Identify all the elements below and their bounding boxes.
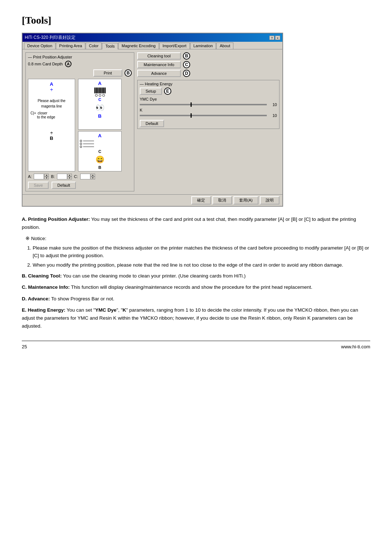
section-d-text: To show Progress Bar or not. <box>50 296 115 301</box>
heating-title: — Heating Energy <box>140 82 277 86</box>
k-slider-thumb <box>191 113 192 118</box>
adjuster-area: A ÷ Please adjust the magenta line C|+ c… <box>28 79 132 171</box>
tab-import-export[interactable]: Import/Export <box>159 42 190 49</box>
input-a-field[interactable]: -3 <box>34 174 44 179</box>
advance-row: Advance D <box>137 70 279 77</box>
input-c-up[interactable]: ▲ <box>91 174 95 177</box>
input-a-down[interactable]: ▼ <box>44 177 49 179</box>
section-d: D. Advance: To show Progress Bar or not. <box>22 295 370 303</box>
tab-color[interactable]: Color <box>86 42 102 49</box>
input-b-label: B: <box>51 174 54 179</box>
ok-button[interactable]: 確定 <box>191 196 211 204</box>
input-b-up[interactable]: ▲ <box>68 174 72 177</box>
adj-divider: ÷ <box>30 87 73 92</box>
adj-label-b: B <box>30 135 73 141</box>
input-c-label: C: <box>74 174 78 179</box>
maintenance-info-button[interactable]: Maintenance Info <box>137 61 181 68</box>
heating-box: — Heating Energy Setup E YMC Dye 10 K <box>137 80 279 129</box>
dialog-titlebar-icons: ? × <box>269 36 280 40</box>
adj-c-indicator: C|+ <box>30 111 36 115</box>
spin-input-a[interactable]: -3 ▲ ▼ <box>34 174 49 179</box>
section-e-bold: E. Heating Energy: <box>22 307 65 313</box>
notice-symbol: ※ Notice: <box>25 235 370 243</box>
section-c-bold: C. Maintenance Info: <box>22 284 70 290</box>
main-layout: — Print Position Adjuster 0.8 mm Card De… <box>25 52 279 191</box>
label-a-circle: A <box>65 61 72 67</box>
default-btn-row: Default <box>140 120 277 127</box>
adj-c-label: C <box>80 97 120 102</box>
page-footer: 25 www.hi-ti.com <box>22 341 370 349</box>
input-c-down[interactable]: ▼ <box>91 177 95 179</box>
input-b-field[interactable]: 2 <box>57 174 67 179</box>
ymc-slider-thumb <box>191 102 192 107</box>
label-e-right: E <box>164 88 171 95</box>
face-icon-bot: 😄 <box>80 155 120 164</box>
adj-right-bottom: A <box>78 131 122 171</box>
setup-button[interactable]: Setup <box>140 88 162 95</box>
k-slider-track[interactable] <box>140 115 267 116</box>
cancel-button[interactable]: 取消 <box>212 196 232 204</box>
adj-edge: to the edge <box>37 115 73 119</box>
label-b-right: B <box>183 52 190 60</box>
tab-tools[interactable]: Tools <box>102 43 118 49</box>
tab-magnetic-encoding[interactable]: Magnetic Encoding <box>118 42 159 49</box>
input-a-up[interactable]: ▲ <box>44 174 49 177</box>
cleaning-tool-row: Cleaning tool B <box>137 52 279 60</box>
card-depth-row: 0.8 mm Card Depth A <box>28 61 132 67</box>
adj-right-a-bot: A <box>80 133 120 138</box>
section-e-ymc: YMC Dye <box>95 307 117 313</box>
spin-input-b[interactable]: 2 ▲ ▼ <box>57 174 72 179</box>
panel-title: — Print Position Adjuster <box>28 55 132 59</box>
adj-right-top: A C <box>78 79 122 130</box>
ymc-slider-track[interactable] <box>140 104 267 105</box>
apply-button[interactable]: 套用(A) <box>233 196 258 204</box>
input-c-field[interactable]: 0 <box>80 174 90 179</box>
tab-about[interactable]: About <box>216 42 233 49</box>
input-b-down[interactable]: ▼ <box>68 177 72 179</box>
save-button[interactable]: Save <box>28 182 49 189</box>
tab-lamination[interactable]: Lamination <box>190 42 216 49</box>
spin-input-c[interactable]: 0 ▲ ▼ <box>80 174 95 179</box>
k-slider-row[interactable]: 10 <box>140 113 277 118</box>
print-button[interactable]: Print <box>93 69 122 77</box>
help-button[interactable]: 說明 <box>260 196 279 204</box>
default-button-right[interactable]: Default <box>140 120 164 127</box>
dialog-titlebar: HiTi CS-320 列印喜好設定 ? × <box>23 33 282 42</box>
ymc-slider-row[interactable]: 10 <box>140 102 277 107</box>
dialog-content: — Print Position Adjuster 0.8 mm Card De… <box>23 49 282 194</box>
left-adjuster: A ÷ Please adjust the magenta line C|+ c… <box>28 79 75 171</box>
cleaning-tool-button[interactable]: Cleaning tool <box>137 52 181 60</box>
adj-label-a: A <box>30 81 73 87</box>
advance-button[interactable]: Advance <box>137 70 181 77</box>
notice-list: Please make sure the position of the thi… <box>33 244 370 269</box>
barcode-visual <box>80 88 120 93</box>
section-b-text: You can use the cleaning mode to clean y… <box>62 273 246 279</box>
input-a-label: A: <box>28 174 32 179</box>
help-icon[interactable]: ? <box>269 36 274 40</box>
section-a: A. Printing Position Adjuster: You may s… <box>22 215 370 231</box>
input-row: A: -3 ▲ ▼ B: 2 ▲ ▼ <box>28 174 132 179</box>
section-a-bold: A. Printing Position Adjuster: <box>22 216 90 222</box>
section-e: E. Heating Energy: You can set "YMC Dye"… <box>22 306 370 330</box>
card-depth-label: 0.8 mm Card Depth <box>28 62 63 66</box>
ymc-dye-label: YMC Dye <box>140 97 277 101</box>
adj-right-b-mid: B <box>80 113 120 119</box>
section-d-bold: D. Advance: <box>22 296 50 301</box>
cleaning-btns: Cleaning tool B Maintenance Info C Advan… <box>137 52 279 77</box>
circles-row <box>80 94 120 97</box>
left-panel: — Print Position Adjuster 0.8 mm Card De… <box>25 52 134 191</box>
adj-right-a-top: A <box>80 81 120 86</box>
right-adjuster: A C <box>78 79 122 171</box>
label-c-right: C <box>183 61 190 68</box>
k-slider-value: 10 <box>268 113 277 118</box>
dialog-bottom: 確定 取消 套用(A) 說明 <box>23 194 282 206</box>
default-button-left[interactable]: Default <box>52 182 76 189</box>
tab-device-option[interactable]: Device Option <box>24 42 56 49</box>
label-b-circle-top: B <box>124 69 132 77</box>
close-icon[interactable]: × <box>275 36 280 40</box>
tab-printing-area[interactable]: Printing Area <box>56 42 85 49</box>
adj-right-b-bot: B <box>80 165 120 170</box>
right-panel: Cleaning tool B Maintenance Info C Advan… <box>137 52 279 191</box>
heating-setup-row: Setup E <box>140 88 277 95</box>
small-circles <box>80 140 120 148</box>
